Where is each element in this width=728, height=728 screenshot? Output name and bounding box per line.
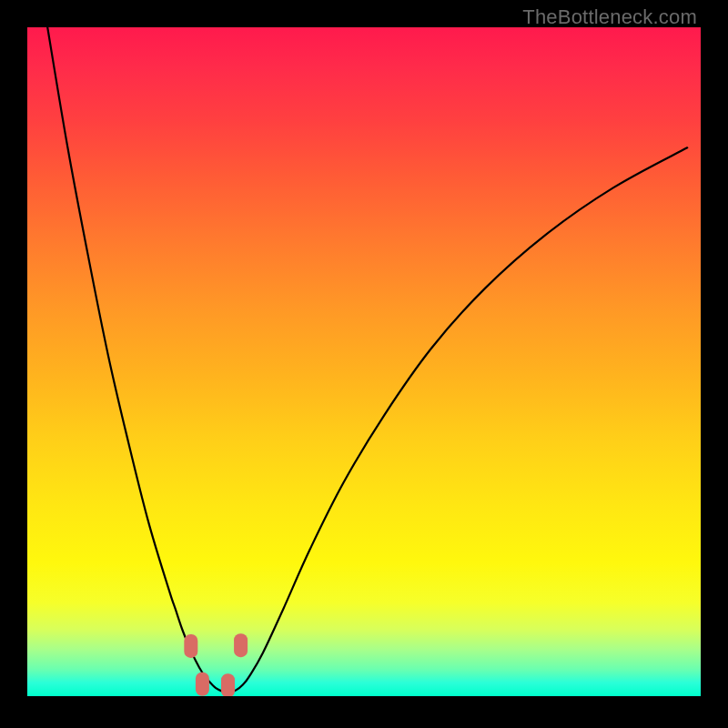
plot-area bbox=[27, 27, 701, 696]
curve-left-branch bbox=[47, 27, 229, 693]
curve-svg bbox=[27, 27, 701, 696]
marker-dot bbox=[184, 634, 197, 658]
curve-right-branch bbox=[229, 147, 687, 693]
watermark-text: TheBottleneck.com bbox=[522, 5, 697, 29]
marker-dot bbox=[234, 633, 248, 657]
marker-dot bbox=[221, 673, 235, 696]
chart-frame: TheBottleneck.com bbox=[0, 0, 728, 728]
marker-dot bbox=[196, 672, 209, 696]
curve-markers bbox=[184, 633, 248, 696]
